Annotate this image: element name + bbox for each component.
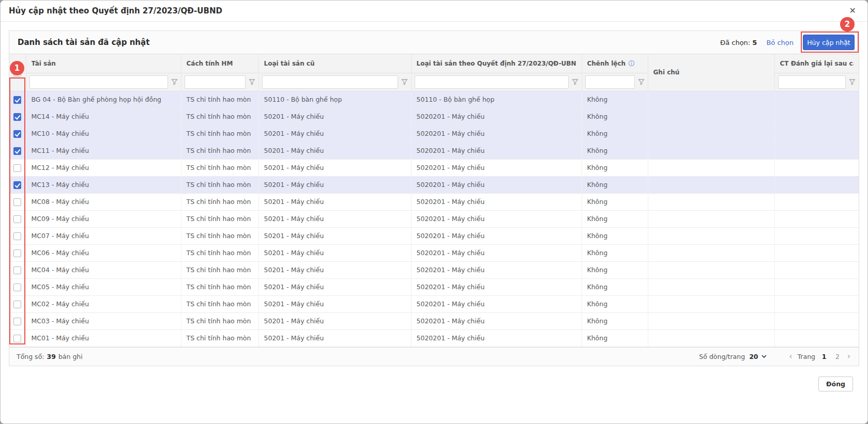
cell-method: TS chỉ tính hao mòn xyxy=(181,312,258,329)
page-size-select[interactable]: 20 xyxy=(749,353,766,360)
cell-note xyxy=(648,210,774,227)
prev-page-icon[interactable]: ‹ xyxy=(788,352,794,361)
table-row[interactable]: MC05 - Máy chiếu TS chỉ tính hao mòn 502… xyxy=(9,278,859,295)
cell-asset: MC11 - Máy chiếu xyxy=(26,142,181,159)
table-row[interactable]: MC13 - Máy chiếu TS chỉ tính hao mòn 502… xyxy=(9,176,859,193)
row-checkbox[interactable] xyxy=(13,318,21,325)
row-checkbox[interactable] xyxy=(13,249,21,257)
dialog-header: Hủy cập nhật theo Quyết định 27/2023/QĐ-… xyxy=(1,1,867,22)
table-row[interactable]: MC12 - Máy chiếu TS chỉ tính hao mòn 502… xyxy=(9,159,859,176)
cell-diff: Không xyxy=(582,142,648,159)
filter-input-new-type[interactable] xyxy=(415,75,569,89)
row-checkbox[interactable] xyxy=(13,335,21,342)
cell-asset: MC01 - Máy chiếu xyxy=(26,329,181,347)
filter-icon[interactable] xyxy=(849,78,856,85)
select-all-checkbox[interactable] xyxy=(13,69,21,76)
table-row[interactable]: BG 04 - Bộ Bàn ghế phòng họp hội đồng TS… xyxy=(9,91,859,108)
cell-diff: Không xyxy=(582,261,648,278)
table-row[interactable]: MC14 - Máy chiếu TS chỉ tính hao mòn 502… xyxy=(9,108,859,125)
table-row[interactable]: MC08 - Máy chiếu TS chỉ tính hao mòn 502… xyxy=(9,193,859,210)
table-row[interactable]: MC09 - Máy chiếu TS chỉ tính hao mòn 502… xyxy=(9,210,859,227)
filter-input-diff[interactable] xyxy=(585,75,635,89)
table-row[interactable]: MC07 - Máy chiếu TS chỉ tính hao mòn 502… xyxy=(9,227,859,244)
filter-cell-new-type xyxy=(411,73,582,91)
filter-input-asset[interactable] xyxy=(29,75,168,89)
row-checkbox[interactable] xyxy=(13,232,21,240)
filter-icon[interactable] xyxy=(638,78,645,85)
cell-old-type: 50201 - Máy chiếu xyxy=(258,278,411,295)
cell-ct xyxy=(774,125,859,142)
column-header-note: Ghi chú xyxy=(648,54,774,91)
next-page-icon[interactable]: › xyxy=(846,352,851,361)
cancel-update-button[interactable]: Hủy cập nhật xyxy=(803,35,855,50)
cell-asset: MC02 - Máy chiếu xyxy=(26,295,181,312)
row-checkbox[interactable] xyxy=(13,164,21,172)
cell-new-type: 5020201 - Máy chiếu xyxy=(411,295,582,312)
row-checkbox[interactable] xyxy=(13,215,21,223)
cell-new-type: 5020201 - Máy chiếu xyxy=(411,244,582,261)
page-number-1[interactable]: 1 xyxy=(819,353,829,360)
table-row[interactable]: MC06 - Máy chiếu TS chỉ tính hao mòn 502… xyxy=(9,244,859,261)
cell-ct xyxy=(774,295,859,312)
cell-diff: Không xyxy=(582,312,648,329)
cell-ct xyxy=(774,329,859,347)
page-size-label: Số dòng/trang xyxy=(699,353,745,360)
filter-input-ct[interactable] xyxy=(778,75,846,89)
cell-ct xyxy=(774,278,859,295)
close-button[interactable]: Đóng xyxy=(818,376,853,391)
cell-new-type: 5020201 - Máy chiếu xyxy=(411,261,582,278)
table-row[interactable]: MC10 - Máy chiếu TS chỉ tính hao mòn 502… xyxy=(9,125,859,142)
filter-icon[interactable] xyxy=(249,78,255,85)
filter-input-method[interactable] xyxy=(185,75,246,89)
cell-ct xyxy=(774,193,859,210)
row-checkbox[interactable] xyxy=(13,113,21,121)
cell-asset: MC07 - Máy chiếu xyxy=(26,227,181,244)
cell-method: TS chỉ tính hao mòn xyxy=(181,108,258,125)
row-checkbox[interactable] xyxy=(13,284,21,291)
row-checkbox-cell xyxy=(9,193,26,210)
cell-ct xyxy=(774,91,859,108)
table-row[interactable]: MC02 - Máy chiếu TS chỉ tính hao mòn 502… xyxy=(9,295,859,312)
row-checkbox[interactable] xyxy=(13,301,21,308)
cell-note xyxy=(648,329,774,347)
cell-method: TS chỉ tính hao mòn xyxy=(181,244,258,261)
filter-cell-ct xyxy=(774,73,859,91)
row-checkbox[interactable] xyxy=(13,130,21,138)
table-row[interactable]: MC03 - Máy chiếu TS chỉ tính hao mòn 502… xyxy=(9,312,859,329)
cell-note xyxy=(648,295,774,312)
row-checkbox-cell xyxy=(9,142,26,159)
cell-diff: Không xyxy=(582,108,648,125)
filter-icon[interactable] xyxy=(171,78,178,85)
cell-old-type: 50201 - Máy chiếu xyxy=(258,142,411,159)
cell-old-type: 50201 - Máy chiếu xyxy=(258,295,411,312)
page-number-2[interactable]: 2 xyxy=(833,353,842,360)
filter-input-old-type[interactable] xyxy=(262,75,398,89)
cell-asset: MC06 - Máy chiếu xyxy=(26,244,181,261)
table-body: BG 04 - Bộ Bàn ghế phòng họp hội đồng TS… xyxy=(9,91,859,347)
deselect-link[interactable]: Bỏ chọn xyxy=(766,39,794,46)
row-checkbox[interactable] xyxy=(13,96,21,104)
cell-note xyxy=(648,91,774,108)
row-checkbox[interactable] xyxy=(13,266,21,274)
table-row[interactable]: MC01 - Máy chiếu TS chỉ tính hao mòn 502… xyxy=(9,329,859,347)
dialog-title: Hủy cập nhật theo Quyết định 27/2023/QĐ-… xyxy=(9,6,222,15)
row-checkbox[interactable] xyxy=(13,147,21,155)
filter-cell-old-type xyxy=(258,73,411,91)
cell-method: TS chỉ tính hao mòn xyxy=(181,159,258,176)
table-row[interactable]: MC11 - Máy chiếu TS chỉ tính hao mòn 502… xyxy=(9,142,859,159)
cell-asset: BG 04 - Bộ Bàn ghế phòng họp hội đồng xyxy=(26,91,181,108)
modal-dialog: Hủy cập nhật theo Quyết định 27/2023/QĐ-… xyxy=(0,0,868,424)
row-checkbox-cell xyxy=(9,227,26,244)
info-icon[interactable] xyxy=(628,60,635,67)
cell-asset: MC12 - Máy chiếu xyxy=(26,159,181,176)
filter-icon[interactable] xyxy=(401,78,408,85)
row-checkbox[interactable] xyxy=(13,198,21,206)
table-row[interactable]: MC04 - Máy chiếu TS chỉ tính hao mòn 502… xyxy=(9,261,859,278)
close-icon[interactable]: ✕ xyxy=(849,7,856,15)
cell-note xyxy=(648,312,774,329)
filter-icon[interactable] xyxy=(572,78,578,85)
cell-new-type: 5020201 - Máy chiếu xyxy=(411,176,582,193)
cell-note xyxy=(648,142,774,159)
row-checkbox[interactable] xyxy=(13,181,21,189)
column-header-diff: Chênh lệch xyxy=(582,54,648,73)
